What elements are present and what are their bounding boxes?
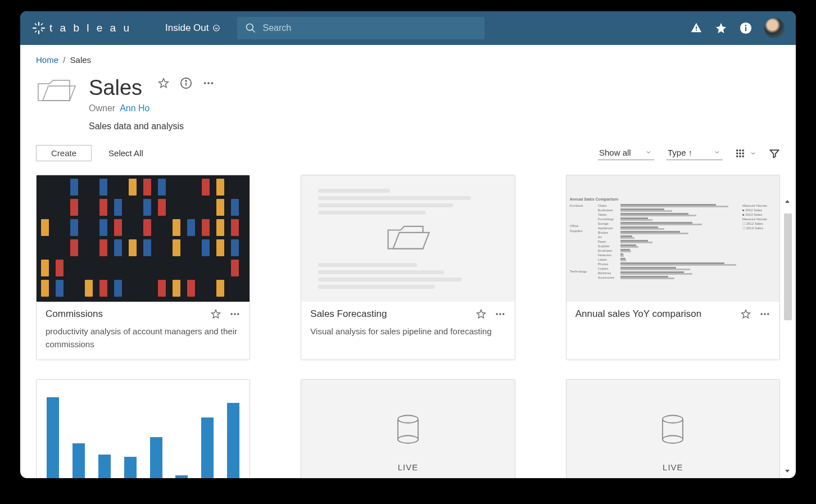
svg-point-34 xyxy=(496,313,497,315)
item-card[interactable]: LIVE xyxy=(301,379,515,478)
svg-point-31 xyxy=(231,313,233,315)
svg-rect-29 xyxy=(740,155,741,157)
site-picker[interactable]: Inside Out xyxy=(165,22,220,34)
svg-rect-3 xyxy=(41,28,45,29)
sort-dropdown[interactable]: Type ↑ xyxy=(667,147,723,160)
favorite-star-icon[interactable] xyxy=(740,308,751,320)
card-description: productivity analysis of account manager… xyxy=(46,325,241,351)
alerts-icon[interactable] xyxy=(690,22,702,34)
favorites-icon[interactable] xyxy=(715,22,727,34)
svg-point-8 xyxy=(213,25,219,31)
content-type-filter[interactable]: Show all xyxy=(598,147,654,160)
svg-point-39 xyxy=(767,313,769,315)
view-mode-toggle[interactable] xyxy=(735,148,756,158)
breadcrumb-current: Sales xyxy=(70,55,92,65)
brand-name: t a b l e a u xyxy=(49,22,132,34)
folder-icon xyxy=(386,221,430,256)
scroll-up-button[interactable] xyxy=(782,197,792,207)
more-actions-icon[interactable] xyxy=(759,308,770,320)
chevron-down-icon xyxy=(212,24,220,32)
top-bar: t a b l e a u Inside Out xyxy=(20,11,796,45)
owner-link[interactable]: Ann Ho xyxy=(120,103,149,113)
card-title: Sales Forecasting xyxy=(310,308,469,320)
svg-rect-12 xyxy=(696,30,697,31)
scroll-down-button[interactable] xyxy=(782,466,792,476)
search-box[interactable] xyxy=(237,17,484,39)
svg-rect-26 xyxy=(740,152,741,154)
item-card[interactable]: LIVE xyxy=(566,379,780,478)
item-card[interactable]: /* generated below */ Commissions produc… xyxy=(36,175,250,360)
user-avatar[interactable] xyxy=(764,18,785,38)
database-icon xyxy=(660,414,686,447)
svg-point-36 xyxy=(502,313,504,315)
svg-point-43 xyxy=(663,435,683,443)
svg-point-32 xyxy=(234,313,236,315)
card-thumbnail xyxy=(301,175,514,302)
card-title: Annual sales YoY comparison xyxy=(575,308,735,320)
favorite-star-icon[interactable] xyxy=(157,77,170,92)
select-all-link[interactable]: Select All xyxy=(108,148,143,158)
svg-rect-6 xyxy=(34,30,37,33)
topbar-actions xyxy=(690,18,785,38)
svg-line-10 xyxy=(252,30,255,33)
project-title: Sales xyxy=(89,76,142,100)
item-card[interactable]: Annual Sales Comparison FurnitureOfficeS… xyxy=(566,175,780,360)
site-name: Inside Out xyxy=(165,22,209,34)
svg-point-33 xyxy=(237,313,239,315)
svg-rect-30 xyxy=(742,155,744,157)
project-folder-icon xyxy=(36,76,76,107)
svg-rect-7 xyxy=(40,23,43,25)
sort-label: Type ↑ xyxy=(668,148,692,157)
svg-rect-23 xyxy=(740,149,741,151)
more-actions-icon[interactable] xyxy=(495,308,506,320)
breadcrumb: Home / Sales xyxy=(36,55,780,65)
card-thumbnail: /* generated below */ xyxy=(37,175,250,302)
svg-rect-0 xyxy=(38,22,39,26)
svg-rect-25 xyxy=(736,152,738,154)
filter-icon[interactable] xyxy=(769,148,780,159)
svg-point-41 xyxy=(398,435,418,443)
project-description: Sales data and analysis xyxy=(89,121,215,131)
details-info-icon[interactable] xyxy=(180,77,192,92)
card-thumbnail: LIVE xyxy=(301,380,514,478)
connection-badge: LIVE xyxy=(398,462,419,472)
svg-point-40 xyxy=(398,415,418,423)
breadcrumb-home[interactable]: Home xyxy=(36,55,58,65)
svg-rect-1 xyxy=(38,30,39,34)
item-card[interactable]: Sales Forecasting Visual analysis for sa… xyxy=(301,175,515,360)
svg-rect-27 xyxy=(742,152,744,154)
more-actions-icon[interactable] xyxy=(202,77,215,92)
create-button[interactable]: Create xyxy=(36,145,92,161)
scrollbar-thumb[interactable] xyxy=(784,214,792,320)
svg-point-38 xyxy=(764,313,765,315)
app-window: t a b l e a u Inside Out xyxy=(20,11,796,478)
svg-rect-11 xyxy=(696,26,697,29)
chevron-down-icon xyxy=(714,149,720,156)
brand-logo[interactable]: t a b l e a u xyxy=(31,21,132,35)
chevron-down-icon xyxy=(645,149,652,156)
more-actions-icon[interactable] xyxy=(229,308,241,320)
favorite-star-icon[interactable] xyxy=(475,308,487,320)
svg-point-9 xyxy=(246,24,253,31)
svg-point-35 xyxy=(499,313,501,315)
card-thumbnail: Annual Sales Comparison FurnitureOfficeS… xyxy=(566,175,779,302)
item-card[interactable] xyxy=(36,379,250,478)
info-icon[interactable] xyxy=(740,22,752,34)
items-grid: /* generated below */ Commissions produc… xyxy=(36,175,780,478)
content-toolbar: Create Select All Show all Type ↑ xyxy=(36,145,780,161)
svg-point-20 xyxy=(207,82,210,84)
breadcrumb-separator: / xyxy=(63,55,65,65)
project-header: Sales Owner Ann Ho Sales data xyxy=(36,76,780,131)
favorite-star-icon[interactable] xyxy=(210,308,221,320)
content-area: Home / Sales Sales xyxy=(20,45,796,478)
svg-rect-4 xyxy=(34,23,37,25)
svg-rect-28 xyxy=(736,155,738,157)
owner-label: Owner xyxy=(89,103,115,113)
card-thumbnail: LIVE xyxy=(566,380,779,478)
svg-point-42 xyxy=(663,415,683,423)
svg-rect-14 xyxy=(745,27,746,31)
svg-rect-22 xyxy=(736,149,738,151)
card-title: Commissions xyxy=(46,308,205,320)
content-type-filter-label: Show all xyxy=(599,148,631,157)
search-input[interactable] xyxy=(263,23,477,33)
